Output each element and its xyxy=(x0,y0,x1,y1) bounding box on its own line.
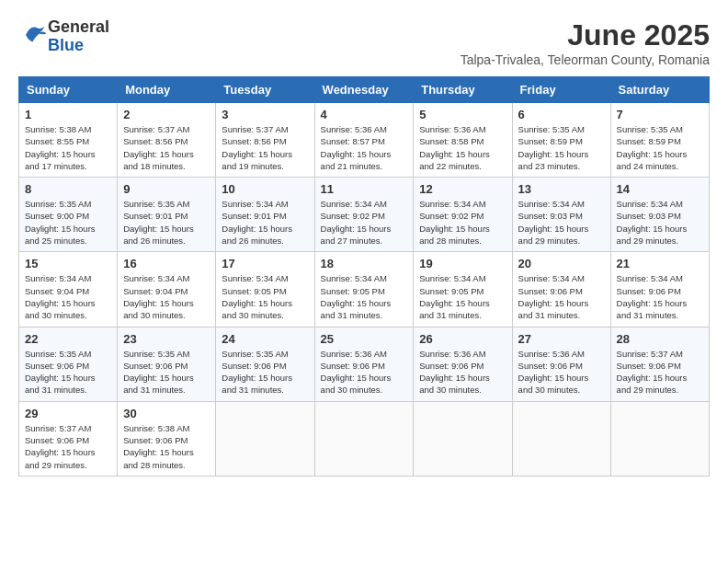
calendar-cell xyxy=(414,401,512,476)
weekday-header-monday: Monday xyxy=(118,77,216,103)
day-info: Sunrise: 5:34 AM Sunset: 9:04 PM Dayligh… xyxy=(25,272,111,321)
calendar-cell: 12Sunrise: 5:34 AM Sunset: 9:02 PM Dayli… xyxy=(414,178,512,252)
calendar-cell: 14Sunrise: 5:34 AM Sunset: 9:03 PM Dayli… xyxy=(610,178,709,252)
day-number: 21 xyxy=(617,257,703,270)
calendar-cell: 21Sunrise: 5:34 AM Sunset: 9:06 PM Dayli… xyxy=(610,252,709,327)
day-info: Sunrise: 5:35 AM Sunset: 9:01 PM Dayligh… xyxy=(123,198,210,247)
day-info: Sunrise: 5:36 AM Sunset: 8:58 PM Dayligh… xyxy=(419,123,506,172)
day-info: Sunrise: 5:35 AM Sunset: 9:06 PM Dayligh… xyxy=(123,348,210,396)
day-info: Sunrise: 5:34 AM Sunset: 9:06 PM Dayligh… xyxy=(617,272,703,321)
logo: General Blue xyxy=(18,18,109,55)
day-number: 5 xyxy=(419,108,506,121)
day-number: 8 xyxy=(25,182,111,196)
day-number: 11 xyxy=(321,182,408,196)
day-number: 3 xyxy=(222,108,308,121)
calendar-cell: 18Sunrise: 5:34 AM Sunset: 9:05 PM Dayli… xyxy=(314,252,414,327)
day-number: 24 xyxy=(222,332,308,346)
day-info: Sunrise: 5:36 AM Sunset: 9:06 PM Dayligh… xyxy=(518,348,605,396)
day-info: Sunrise: 5:37 AM Sunset: 9:06 PM Dayligh… xyxy=(617,348,703,396)
day-number: 1 xyxy=(25,108,111,121)
calendar-cell: 5Sunrise: 5:36 AM Sunset: 8:58 PM Daylig… xyxy=(414,103,512,178)
day-info: Sunrise: 5:34 AM Sunset: 9:03 PM Dayligh… xyxy=(617,198,703,247)
logo-general-text: General xyxy=(48,17,109,36)
calendar-cell: 10Sunrise: 5:34 AM Sunset: 9:01 PM Dayli… xyxy=(216,178,314,252)
day-info: Sunrise: 5:34 AM Sunset: 9:03 PM Dayligh… xyxy=(518,198,605,247)
calendar-cell: 23Sunrise: 5:35 AM Sunset: 9:06 PM Dayli… xyxy=(118,327,216,401)
calendar-week-row: 22Sunrise: 5:35 AM Sunset: 9:06 PM Dayli… xyxy=(19,327,710,401)
day-number: 26 xyxy=(419,332,506,346)
weekday-header-thursday: Thursday xyxy=(414,77,512,103)
calendar-cell: 26Sunrise: 5:36 AM Sunset: 9:06 PM Dayli… xyxy=(414,327,512,401)
day-info: Sunrise: 5:37 AM Sunset: 8:56 PM Dayligh… xyxy=(123,123,210,172)
calendar-cell xyxy=(314,401,414,476)
day-info: Sunrise: 5:35 AM Sunset: 9:06 PM Dayligh… xyxy=(222,348,308,396)
day-number: 22 xyxy=(25,332,111,346)
day-number: 4 xyxy=(321,108,408,121)
calendar-week-row: 29Sunrise: 5:37 AM Sunset: 9:06 PM Dayli… xyxy=(19,401,710,476)
day-info: Sunrise: 5:35 AM Sunset: 9:06 PM Dayligh… xyxy=(25,348,111,396)
page-header: General Blue June 2025 Talpa-Trivalea, T… xyxy=(18,18,710,67)
day-number: 27 xyxy=(518,332,605,346)
calendar-cell: 1Sunrise: 5:38 AM Sunset: 8:55 PM Daylig… xyxy=(19,103,118,178)
calendar-header-row: SundayMondayTuesdayWednesdayThursdayFrid… xyxy=(19,77,710,103)
calendar-cell: 19Sunrise: 5:34 AM Sunset: 9:05 PM Dayli… xyxy=(414,252,512,327)
day-number: 10 xyxy=(222,182,308,196)
calendar-cell: 4Sunrise: 5:36 AM Sunset: 8:57 PM Daylig… xyxy=(314,103,414,178)
day-info: Sunrise: 5:36 AM Sunset: 9:06 PM Dayligh… xyxy=(321,348,408,396)
calendar-cell: 28Sunrise: 5:37 AM Sunset: 9:06 PM Dayli… xyxy=(610,327,709,401)
calendar-week-row: 8Sunrise: 5:35 AM Sunset: 9:00 PM Daylig… xyxy=(19,178,710,252)
title-block: June 2025 Talpa-Trivalea, Teleorman Coun… xyxy=(461,18,710,67)
logo-bird-icon xyxy=(20,21,48,49)
day-info: Sunrise: 5:34 AM Sunset: 9:05 PM Dayligh… xyxy=(419,272,506,321)
day-number: 23 xyxy=(123,332,210,346)
day-info: Sunrise: 5:34 AM Sunset: 9:06 PM Dayligh… xyxy=(518,272,605,321)
calendar-cell: 8Sunrise: 5:35 AM Sunset: 9:00 PM Daylig… xyxy=(19,178,118,252)
day-info: Sunrise: 5:34 AM Sunset: 9:02 PM Dayligh… xyxy=(321,198,408,247)
weekday-header-friday: Friday xyxy=(512,77,610,103)
calendar-cell xyxy=(610,401,709,476)
calendar-cell: 15Sunrise: 5:34 AM Sunset: 9:04 PM Dayli… xyxy=(19,252,118,327)
weekday-header-sunday: Sunday xyxy=(19,77,118,103)
calendar-cell: 17Sunrise: 5:34 AM Sunset: 9:05 PM Dayli… xyxy=(216,252,314,327)
day-number: 25 xyxy=(321,332,408,346)
day-info: Sunrise: 5:35 AM Sunset: 9:00 PM Dayligh… xyxy=(25,198,111,247)
calendar-cell: 25Sunrise: 5:36 AM Sunset: 9:06 PM Dayli… xyxy=(314,327,414,401)
logo-blue-text: Blue xyxy=(48,36,84,54)
day-info: Sunrise: 5:38 AM Sunset: 9:06 PM Dayligh… xyxy=(123,422,210,471)
day-number: 7 xyxy=(617,108,703,121)
calendar-cell xyxy=(512,401,610,476)
calendar-cell: 29Sunrise: 5:37 AM Sunset: 9:06 PM Dayli… xyxy=(19,401,118,476)
location-subtitle: Talpa-Trivalea, Teleorman County, Romani… xyxy=(461,52,710,67)
calendar-cell: 30Sunrise: 5:38 AM Sunset: 9:06 PM Dayli… xyxy=(118,401,216,476)
calendar-cell: 16Sunrise: 5:34 AM Sunset: 9:04 PM Dayli… xyxy=(118,252,216,327)
day-number: 17 xyxy=(222,257,308,270)
weekday-header-tuesday: Tuesday xyxy=(216,77,314,103)
day-number: 16 xyxy=(123,257,210,270)
day-number: 28 xyxy=(617,332,703,346)
calendar-week-row: 1Sunrise: 5:38 AM Sunset: 8:55 PM Daylig… xyxy=(19,103,710,178)
day-info: Sunrise: 5:38 AM Sunset: 8:55 PM Dayligh… xyxy=(25,123,111,172)
day-number: 6 xyxy=(518,108,605,121)
day-info: Sunrise: 5:36 AM Sunset: 8:57 PM Dayligh… xyxy=(321,123,408,172)
calendar-cell: 11Sunrise: 5:34 AM Sunset: 9:02 PM Dayli… xyxy=(314,178,414,252)
weekday-header-wednesday: Wednesday xyxy=(314,77,414,103)
day-info: Sunrise: 5:35 AM Sunset: 8:59 PM Dayligh… xyxy=(617,123,703,172)
calendar-cell xyxy=(216,401,314,476)
day-number: 29 xyxy=(25,407,111,420)
day-info: Sunrise: 5:37 AM Sunset: 9:06 PM Dayligh… xyxy=(25,422,111,471)
day-number: 14 xyxy=(617,182,703,196)
day-info: Sunrise: 5:34 AM Sunset: 9:02 PM Dayligh… xyxy=(419,198,506,247)
calendar-cell: 20Sunrise: 5:34 AM Sunset: 9:06 PM Dayli… xyxy=(512,252,610,327)
day-info: Sunrise: 5:34 AM Sunset: 9:05 PM Dayligh… xyxy=(321,272,408,321)
calendar-cell: 2Sunrise: 5:37 AM Sunset: 8:56 PM Daylig… xyxy=(118,103,216,178)
calendar-cell: 24Sunrise: 5:35 AM Sunset: 9:06 PM Dayli… xyxy=(216,327,314,401)
day-number: 19 xyxy=(419,257,506,270)
day-info: Sunrise: 5:34 AM Sunset: 9:01 PM Dayligh… xyxy=(222,198,308,247)
weekday-header-saturday: Saturday xyxy=(610,77,709,103)
calendar-cell: 9Sunrise: 5:35 AM Sunset: 9:01 PM Daylig… xyxy=(118,178,216,252)
calendar-week-row: 15Sunrise: 5:34 AM Sunset: 9:04 PM Dayli… xyxy=(19,252,710,327)
day-number: 20 xyxy=(518,257,605,270)
calendar-cell: 6Sunrise: 5:35 AM Sunset: 8:59 PM Daylig… xyxy=(512,103,610,178)
calendar-cell: 22Sunrise: 5:35 AM Sunset: 9:06 PM Dayli… xyxy=(19,327,118,401)
day-number: 13 xyxy=(518,182,605,196)
